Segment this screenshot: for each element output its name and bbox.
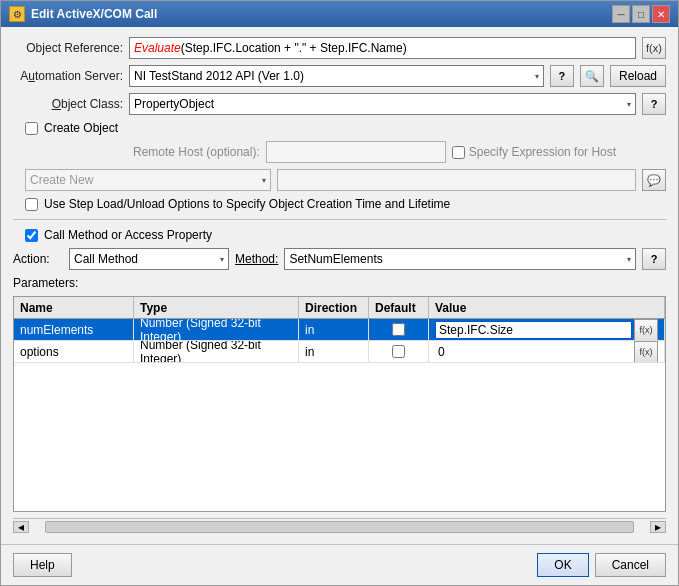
create-new-arrow: ▾ (262, 176, 266, 185)
remote-host-label: Remote Host (optional): (133, 145, 260, 159)
reload-button[interactable]: Reload (610, 65, 666, 87)
method-arrow: ▾ (627, 255, 631, 264)
create-new-chat-button[interactable]: 💬 (642, 169, 666, 191)
fx-icon: f(x) (646, 42, 662, 54)
table-body: numElements Number (Signed 32-bit Intege… (14, 319, 665, 511)
footer-right: OK Cancel (537, 553, 666, 577)
object-class-row: Object Class: PropertyObject ▾ ? (13, 93, 666, 115)
specify-expression-label: Specify Expression for Host (452, 145, 616, 159)
close-button[interactable]: ✕ (652, 5, 670, 23)
row2-type: Number (Signed 32-bit Integer) (134, 341, 299, 362)
object-class-value: PropertyObject (134, 97, 214, 111)
table-header: Name Type Direction Default Value (14, 297, 665, 319)
action-label: Action: (13, 252, 63, 266)
col-header-value: Value (429, 297, 665, 318)
question-icon: ? (559, 70, 566, 82)
automation-server-arrow: ▾ (535, 72, 539, 81)
object-reference-value[interactable]: Evaluate (Step.IFC.Location + "." + Step… (129, 37, 636, 59)
parameters-label: Parameters: (13, 276, 78, 290)
row1-default-checkbox[interactable] (392, 323, 405, 336)
remote-host-input[interactable] (266, 141, 446, 163)
row1-value[interactable]: f(x) (429, 319, 665, 340)
question-icon-3: ? (651, 253, 658, 265)
object-class-arrow: ▾ (627, 100, 631, 109)
parameters-section: Parameters: (13, 276, 666, 290)
table-row[interactable]: options Number (Signed 32-bit Integer) i… (14, 341, 665, 363)
scroll-right-button[interactable]: ▸ (650, 521, 666, 533)
object-class-label: Object Class: (13, 97, 123, 111)
divider-1 (13, 219, 666, 220)
window-title: Edit ActiveX/COM Call (31, 7, 157, 21)
col-header-type: Type (134, 297, 299, 318)
create-new-row: Create New ▾ 💬 (13, 169, 666, 191)
method-help-button[interactable]: ? (642, 248, 666, 270)
create-new-value: Create New (30, 173, 93, 187)
action-dropdown[interactable]: Call Method ▾ (69, 248, 229, 270)
row2-name: options (14, 341, 134, 362)
minimize-button[interactable]: ─ (612, 5, 630, 23)
row2-default[interactable] (369, 341, 429, 362)
row1-value-input[interactable] (435, 321, 632, 339)
call-method-checkbox[interactable] (25, 229, 38, 242)
col-header-default: Default (369, 297, 429, 318)
object-class-help-button[interactable]: ? (642, 93, 666, 115)
chat-icon: 💬 (647, 174, 661, 187)
row2-fx-button[interactable]: f(x) (634, 341, 658, 362)
create-new-text-input[interactable] (277, 169, 636, 191)
automation-help-button[interactable]: ? (550, 65, 574, 87)
search-icon: 🔍 (585, 70, 599, 83)
question-icon-2: ? (651, 98, 658, 110)
call-method-row: Call Method or Access Property (13, 228, 666, 242)
automation-server-value: NI TestStand 2012 API (Ver 1.0) (134, 69, 304, 83)
fx-button[interactable]: f(x) (642, 37, 666, 59)
automation-server-dropdown[interactable]: NI TestStand 2012 API (Ver 1.0) ▾ (129, 65, 544, 87)
object-reference-label: Object Reference: (13, 41, 123, 55)
col-header-direction: Direction (299, 297, 369, 318)
row1-fx-button[interactable]: f(x) (634, 319, 658, 340)
method-dropdown[interactable]: SetNumElements ▾ (284, 248, 636, 270)
ok-button[interactable]: OK (537, 553, 588, 577)
row1-default[interactable] (369, 319, 429, 340)
automation-server-row: Automation Server: NI TestStand 2012 API… (13, 65, 666, 87)
scroll-left-button[interactable]: ◂ (13, 521, 29, 533)
title-bar: ⚙ Edit ActiveX/COM Call ─ □ ✕ (1, 1, 678, 27)
create-new-dropdown[interactable]: Create New ▾ (25, 169, 271, 191)
use-step-load-row: Use Step Load/Unload Options to Specify … (13, 197, 666, 211)
window-icon: ⚙ (9, 6, 25, 22)
maximize-button[interactable]: □ (632, 5, 650, 23)
object-reference-row: Object Reference: Evaluate (Step.IFC.Loc… (13, 37, 666, 59)
create-object-checkbox[interactable] (25, 122, 38, 135)
row2-value[interactable]: 0 f(x) (429, 341, 665, 362)
specify-expression-checkbox[interactable] (452, 146, 465, 159)
parameters-table: Name Type Direction Default Value (13, 296, 666, 512)
horizontal-scrollbar[interactable] (45, 521, 634, 533)
row2-default-checkbox[interactable] (392, 345, 405, 358)
row1-name: numElements (14, 319, 134, 340)
create-object-row: Create Object (13, 121, 666, 135)
row2-fx-icon: f(x) (640, 347, 653, 357)
table-row[interactable]: numElements Number (Signed 32-bit Intege… (14, 319, 665, 341)
use-step-load-checkbox[interactable] (25, 198, 38, 211)
cancel-button[interactable]: Cancel (595, 553, 666, 577)
action-arrow: ▾ (220, 255, 224, 264)
help-button[interactable]: Help (13, 553, 72, 577)
row1-fx-icon: f(x) (640, 325, 653, 335)
object-reference-expr: (Step.IFC.Location + "." + Step.IFC.Name… (181, 41, 407, 55)
object-class-dropdown[interactable]: PropertyObject ▾ (129, 93, 636, 115)
action-method-row: Action: Call Method ▾ Method: SetNumElem… (13, 248, 666, 270)
horizontal-scrollbar-area: ◂ ▸ (13, 518, 666, 534)
call-method-label: Call Method or Access Property (44, 228, 212, 242)
dialog-footer: Help OK Cancel (1, 544, 678, 585)
evaluate-prefix: Evaluate (134, 41, 181, 55)
create-object-label: Create Object (44, 121, 118, 135)
title-bar-left: ⚙ Edit ActiveX/COM Call (9, 6, 157, 22)
use-step-load-label: Use Step Load/Unload Options to Specify … (44, 197, 450, 211)
action-value: Call Method (74, 252, 138, 266)
browse-automation-button[interactable]: 🔍 (580, 65, 604, 87)
automation-server-label: Automation Server: (13, 69, 123, 83)
method-label: Method: (235, 252, 278, 266)
dialog-content: Object Reference: Evaluate (Step.IFC.Loc… (1, 27, 678, 544)
footer-left: Help (13, 553, 72, 577)
row1-type: Number (Signed 32-bit Integer) (134, 319, 299, 340)
remote-host-row: Remote Host (optional): Specify Expressi… (13, 141, 666, 163)
